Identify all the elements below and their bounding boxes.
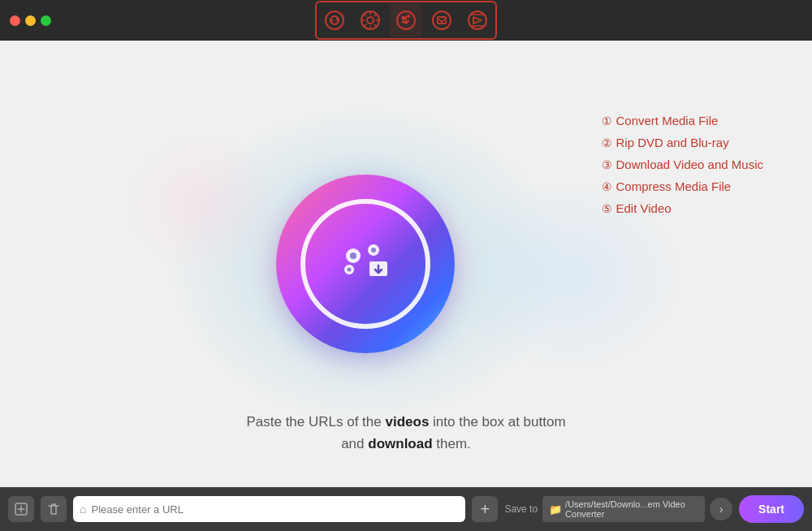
save-path-display: 📁 /Users/test/Downlo...em Video Converte… — [542, 496, 705, 522]
save-path-text: /Users/test/Downlo...em Video Converter — [565, 499, 698, 519]
feature-num-3: ③ — [602, 158, 612, 171]
traffic-lights — [10, 15, 51, 26]
feature-item-3: ③ Download Video and Music — [602, 158, 763, 171]
save-to-label: Save to — [504, 503, 538, 515]
logo-icon — [329, 227, 402, 300]
svg-point-17 — [348, 268, 352, 272]
save-to-section: Save to 📁 /Users/test/Downlo...em Video … — [504, 496, 732, 522]
desc-line1-prefix: Paste the URLs of the — [246, 414, 385, 430]
desc-line2-prefix: and — [341, 436, 368, 451]
feature-label-1: Convert Media File — [615, 114, 718, 127]
svg-point-0 — [326, 11, 343, 29]
feature-label-4: Compress Media File — [615, 179, 731, 193]
desc-line2-suffix: them. — [433, 436, 471, 451]
maximize-button[interactable] — [41, 15, 51, 26]
svg-point-5 — [407, 15, 410, 18]
toolbar — [315, 1, 497, 40]
logo-inner-ring — [300, 199, 430, 329]
convert-media-button[interactable] — [318, 4, 351, 37]
close-button[interactable] — [10, 15, 20, 26]
minimize-button[interactable] — [25, 15, 36, 26]
feature-num-1: ① — [602, 114, 612, 127]
add-item-button[interactable] — [8, 496, 34, 522]
feature-item-2: ② Rip DVD and Blu-ray — [602, 136, 763, 149]
feature-item-1: ① Convert Media File — [602, 114, 763, 127]
desc-bold-download: download — [368, 436, 432, 451]
home-icon: ⌂ — [80, 503, 86, 516]
app-logo — [276, 175, 455, 353]
folder-icon: 📁 — [549, 503, 562, 516]
feature-num-4: ④ — [602, 180, 612, 193]
feature-item-5: ⑤ Edit Video — [602, 201, 763, 215]
url-input-container: ⌂ — [73, 496, 465, 522]
svg-point-15 — [371, 248, 376, 253]
compress-media-button[interactable] — [425, 4, 458, 37]
svg-point-13 — [350, 253, 356, 259]
svg-point-4 — [402, 16, 406, 20]
feature-label-2: Rip DVD and Blu-ray — [615, 136, 728, 149]
save-path-navigate-button[interactable]: › — [710, 498, 732, 520]
feature-label-5: Edit Video — [615, 201, 671, 215]
feature-num-2: ② — [602, 136, 612, 149]
edit-video-button[interactable] — [461, 4, 494, 37]
desc-bold-videos: videos — [385, 414, 429, 430]
delete-button[interactable] — [41, 496, 67, 522]
rip-dvd-button[interactable] — [354, 4, 387, 37]
add-url-button[interactable]: + — [472, 496, 498, 522]
description-text: Paste the URLs of the videos into the bo… — [0, 411, 812, 455]
feature-label-3: Download Video and Music — [615, 158, 763, 171]
logo-circle — [276, 175, 455, 353]
svg-point-2 — [367, 17, 374, 24]
download-video-button[interactable] — [390, 4, 422, 37]
feature-item-4: ④ Compress Media File — [602, 179, 763, 193]
bottom-bar: ⌂ + Save to 📁 /Users/test/Downlo...em Vi… — [0, 487, 812, 531]
feature-list: ① Convert Media File ② Rip DVD and Blu-r… — [602, 114, 763, 215]
desc-line1-suffix: into the box at buttom — [429, 414, 565, 430]
title-bar — [0, 0, 812, 41]
main-content: ① Convert Media File ② Rip DVD and Blu-r… — [0, 41, 812, 487]
feature-num-5: ⑤ — [602, 202, 612, 215]
bg-splash-pink — [122, 130, 284, 276]
svg-rect-8 — [438, 17, 446, 24]
url-input[interactable] — [91, 503, 459, 516]
start-button[interactable]: Start — [739, 495, 804, 523]
svg-point-7 — [433, 11, 451, 29]
